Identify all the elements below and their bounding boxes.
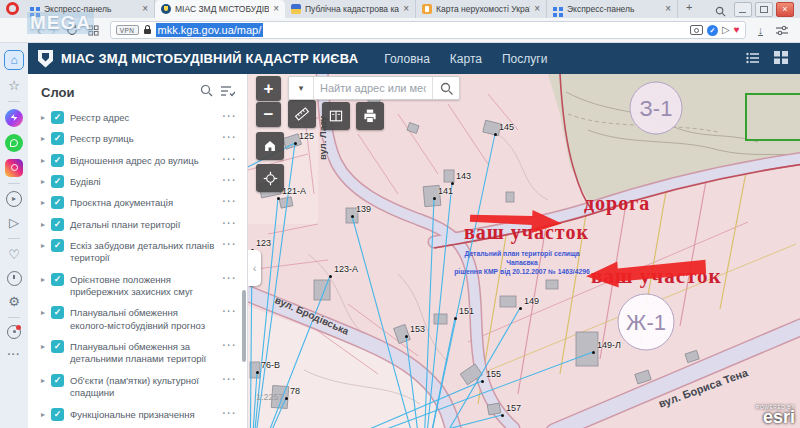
- expand-caret-icon[interactable]: ▸: [41, 134, 45, 143]
- browser-tab[interactable]: Экспресс-панель×: [547, 0, 678, 18]
- expand-caret-icon[interactable]: ▸: [41, 220, 45, 229]
- minimize-button[interactable]: [734, 2, 752, 17]
- home-icon[interactable]: ⌂: [4, 50, 24, 70]
- layer-checkbox[interactable]: ✓: [51, 306, 64, 319]
- share-send-icon[interactable]: ▷: [722, 25, 730, 35]
- nav-item-2[interactable]: Карта: [450, 52, 482, 66]
- history-icon[interactable]: [7, 271, 22, 286]
- layer-menu-icon[interactable]: ···: [223, 196, 238, 207]
- legend-book-button[interactable]: [322, 102, 350, 130]
- expand-caret-icon[interactable]: ▸: [41, 342, 45, 351]
- url-text[interactable]: mkk.kga.gov.ua/map/: [156, 23, 264, 37]
- send-icon[interactable]: ▷: [5, 214, 23, 232]
- expand-caret-icon[interactable]: ▸: [41, 376, 45, 385]
- pin-icon[interactable]: [7, 325, 21, 339]
- search-dropdown-icon[interactable]: ▾: [289, 77, 314, 99]
- zoom-out-button[interactable]: −: [256, 102, 281, 127]
- layer-menu-icon[interactable]: ···: [223, 408, 238, 419]
- locate-button[interactable]: [256, 164, 284, 192]
- nav-item-1[interactable]: Головна: [384, 52, 430, 66]
- expand-caret-icon[interactable]: ▸: [41, 177, 45, 186]
- close-icon[interactable]: ×: [273, 4, 279, 14]
- layer-checkbox[interactable]: ✓: [51, 273, 64, 286]
- tune-settings-icon[interactable]: [776, 25, 788, 36]
- layer-checkbox[interactable]: ✓: [51, 196, 64, 209]
- panel-collapse-button[interactable]: ‹: [248, 250, 261, 286]
- browser-tab[interactable]: МІАС ЗМД МІСТОБУДІВНИЙ×: [155, 0, 285, 18]
- layer-checkbox[interactable]: ✓: [51, 132, 64, 145]
- map-canvas[interactable]: З-1 Ж-1: [248, 74, 800, 428]
- layer-search-icon[interactable]: [200, 83, 213, 101]
- zoom-in-button[interactable]: +: [256, 76, 281, 101]
- layer-checkbox[interactable]: ✓: [51, 340, 64, 353]
- layer-row[interactable]: ▸✓Ескіз забудови детальних планів терито…: [28, 235, 247, 269]
- layer-checkbox[interactable]: ✓: [51, 154, 64, 167]
- measure-ruler-button[interactable]: [288, 100, 316, 128]
- tab-search-icon[interactable]: [715, 3, 726, 18]
- layer-row[interactable]: ▸✓Будівлі···: [28, 171, 247, 192]
- expand-caret-icon[interactable]: ▸: [41, 156, 45, 165]
- apps-grid-icon[interactable]: [774, 50, 788, 68]
- bookmark-heart-icon[interactable]: ♥: [734, 25, 740, 35]
- layer-row[interactable]: ▸✓Функціональне призначення···: [28, 404, 247, 425]
- map-search-button[interactable]: [432, 77, 459, 99]
- expand-caret-icon[interactable]: ▸: [41, 410, 45, 419]
- layer-row[interactable]: ▸✓Планувальні обмеження еколого-містобуд…: [28, 302, 247, 336]
- layer-checkbox[interactable]: ✓: [51, 374, 64, 387]
- layer-menu-icon[interactable]: ···: [223, 218, 238, 229]
- browser-tab[interactable]: Карта нерухомості України×: [416, 0, 547, 18]
- star-icon[interactable]: ☆: [5, 77, 23, 95]
- layer-menu-icon[interactable]: ···: [223, 340, 238, 351]
- expand-caret-icon[interactable]: ▸: [41, 198, 45, 207]
- downloads-icon[interactable]: ↓: [758, 25, 764, 36]
- lock-icon[interactable]: [143, 25, 152, 35]
- close-icon[interactable]: ×: [403, 4, 409, 14]
- more-icon[interactable]: ···: [5, 346, 23, 364]
- layer-row[interactable]: ▸✓Об'єкти (пам'ятки) культурної спадщини…: [28, 370, 247, 404]
- opera-logo-icon[interactable]: [6, 2, 19, 15]
- layer-row[interactable]: ▸✓Детальні плани території···: [28, 214, 247, 235]
- panel-scrollbar[interactable]: [242, 290, 246, 362]
- layer-checkbox[interactable]: ✓: [51, 408, 64, 421]
- instagram-icon[interactable]: [5, 159, 23, 177]
- expand-caret-icon[interactable]: ▸: [41, 308, 45, 317]
- layer-checkbox[interactable]: ✓: [51, 111, 64, 124]
- layer-row[interactable]: ▸✓Відношення адрес до вулиць···: [28, 150, 247, 171]
- legend-list-icon[interactable]: [746, 50, 760, 68]
- messenger-icon[interactable]: [5, 109, 23, 127]
- vpn-badge[interactable]: VPN: [116, 25, 139, 35]
- layer-menu-icon[interactable]: ···: [223, 273, 238, 284]
- print-button[interactable]: [356, 102, 384, 130]
- maximize-button[interactable]: [755, 2, 773, 17]
- new-tab-button[interactable]: +: [678, 0, 700, 18]
- layer-menu-icon[interactable]: ···: [223, 132, 238, 143]
- layer-menu-icon[interactable]: ···: [223, 175, 238, 186]
- browser-tab[interactable]: Публічна кадастрова карта×: [285, 0, 416, 18]
- expand-caret-icon[interactable]: ▸: [41, 113, 45, 122]
- close-icon[interactable]: ×: [534, 4, 540, 14]
- layer-checkbox[interactable]: ✓: [51, 175, 64, 188]
- whatsapp-icon[interactable]: [5, 134, 23, 152]
- layer-menu-icon[interactable]: ···: [223, 306, 238, 317]
- layer-menu-icon[interactable]: ···: [223, 374, 238, 385]
- close-icon[interactable]: ×: [665, 4, 671, 14]
- layer-menu-icon[interactable]: ···: [223, 154, 238, 165]
- layer-menu-icon[interactable]: ···: [223, 111, 238, 122]
- settings-icon[interactable]: ⚙: [5, 293, 23, 311]
- layer-menu-icon[interactable]: ···: [223, 239, 238, 250]
- snapshot-camera-icon[interactable]: [690, 25, 703, 35]
- layer-filter-icon[interactable]: [221, 83, 235, 101]
- layer-row[interactable]: ▸✓Планувальні обмеження за детальними пл…: [28, 336, 247, 370]
- layer-row[interactable]: ▸✓Реєстр вулиць···: [28, 128, 247, 149]
- layer-row[interactable]: ▸✓Орієнтовне положення прибережних захис…: [28, 269, 247, 303]
- map-search-input[interactable]: [314, 77, 432, 99]
- play-icon[interactable]: ▸: [6, 191, 22, 207]
- close-window-button[interactable]: ×: [776, 2, 794, 17]
- layer-row[interactable]: ▸✓Проєктна документація···: [28, 192, 247, 213]
- layer-checkbox[interactable]: ✓: [51, 218, 64, 231]
- expand-caret-icon[interactable]: ▸: [41, 275, 45, 284]
- home-extent-button[interactable]: [256, 132, 284, 160]
- expand-caret-icon[interactable]: ▸: [41, 241, 45, 250]
- nav-item-3[interactable]: Послуги: [502, 52, 547, 66]
- verified-check-icon[interactable]: ✓: [707, 25, 718, 36]
